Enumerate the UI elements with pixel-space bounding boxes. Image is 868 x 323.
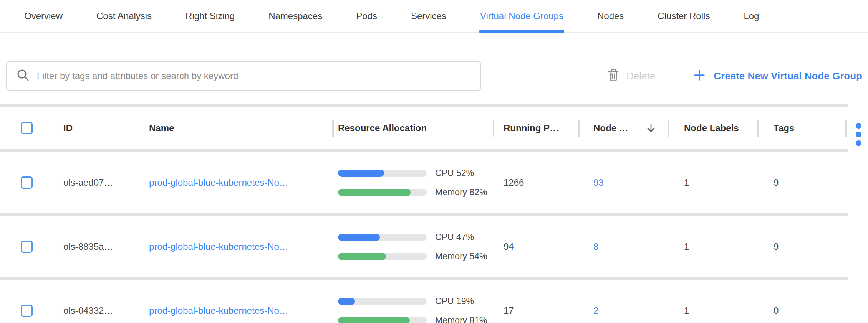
memory-bar-fill — [338, 253, 386, 260]
sort-desc-arrow-icon[interactable] — [646, 123, 656, 133]
tab[interactable]: Namespaces — [268, 0, 322, 32]
row-running-pods-cell: 17 — [493, 280, 578, 323]
row-node-labels-cell: 1 — [668, 280, 757, 323]
memory-usage-bar: Memory 81% — [338, 315, 487, 323]
cpu-bar-track — [338, 170, 427, 177]
filter-input[interactable] — [37, 71, 471, 81]
cpu-bar-track — [338, 234, 427, 241]
nodes-count-link[interactable]: 8 — [593, 241, 598, 252]
row-running-pods-cell: 94 — [493, 216, 578, 277]
separator-band — [0, 149, 848, 152]
running-pods-value: 1266 — [504, 177, 524, 188]
row-checkbox[interactable] — [21, 176, 33, 189]
row-select-cell — [0, 152, 53, 213]
cpu-label: CPU 52% — [435, 168, 474, 178]
cpu-label: CPU 47% — [435, 232, 474, 242]
tags-value: 9 — [774, 177, 779, 188]
table-header-row: ID Name Resource Allocation Running P… N… — [0, 107, 848, 149]
cpu-bar-fill — [338, 170, 384, 177]
row-resource-cell: CPU 52% Memory 82% — [332, 152, 493, 213]
tab-label: Namespaces — [268, 11, 322, 21]
row-id-cell: ols-8835a… — [53, 216, 132, 277]
create-virtual-node-group-button[interactable]: Create New Virtual Node Group — [694, 69, 862, 82]
vng-name-link[interactable]: prod-global-blue-kubernetes-No… — [149, 305, 288, 316]
memory-bar-track — [338, 253, 427, 260]
tab[interactable]: Pods — [356, 0, 377, 32]
column-options-kebab-menu[interactable] — [855, 122, 862, 147]
memory-usage-bar: Memory 54% — [338, 251, 487, 262]
delete-button[interactable]: Delete — [607, 68, 655, 84]
tab[interactable]: Cluster Rolls — [658, 0, 710, 32]
tab-label: Cost Analysis — [96, 11, 152, 21]
row-nodes-cell: 93 — [578, 152, 668, 213]
separator-band — [0, 213, 848, 216]
cpu-label: CPU 19% — [435, 296, 474, 307]
table-row: ols-aed07… prod-global-blue-kubernetes-N… — [0, 152, 848, 213]
header-running-pods[interactable]: Running P… — [493, 107, 578, 149]
table-body: ols-aed07… prod-global-blue-kubernetes-N… — [0, 149, 868, 323]
memory-bar-fill — [338, 317, 410, 323]
tags-value: 9 — [774, 241, 779, 252]
tab[interactable]: Services — [411, 0, 446, 32]
memory-label: Memory 54% — [435, 251, 487, 262]
cpu-bar-fill — [338, 298, 355, 305]
header-tags[interactable]: Tags — [757, 107, 848, 149]
header-resource-allocation[interactable]: Resource Allocation — [332, 107, 493, 149]
select-all-checkbox[interactable] — [21, 122, 33, 134]
row-checkbox[interactable] — [21, 241, 33, 253]
tab-label: Log — [744, 11, 759, 21]
tab-label: Services — [411, 11, 446, 21]
memory-label: Memory 81% — [435, 315, 487, 323]
toolbar-actions: Delete Create New Virtual Node Group — [607, 61, 862, 91]
tab-label: Overview — [24, 11, 63, 21]
tab-label: Virtual Node Groups — [480, 11, 563, 21]
running-pods-value: 94 — [504, 241, 514, 252]
node-labels-value: 1 — [684, 177, 689, 188]
filter-search-field[interactable] — [6, 61, 481, 91]
trash-icon — [607, 68, 620, 84]
vng-name-link[interactable]: prod-global-blue-kubernetes-No… — [149, 177, 288, 188]
cpu-usage-bar: CPU 47% — [338, 232, 487, 242]
row-name-cell: prod-global-blue-kubernetes-No… — [132, 216, 332, 277]
tab[interactable]: Nodes — [597, 0, 624, 32]
row-resource-cell: CPU 19% Memory 81% — [332, 280, 493, 323]
row-select-cell — [0, 216, 53, 277]
row-tags-cell: 9 — [757, 152, 848, 213]
plus-icon — [694, 69, 705, 82]
kebab-dot — [856, 123, 861, 129]
memory-bar-fill — [338, 189, 411, 196]
toolbar: Delete Create New Virtual Node Group — [0, 61, 868, 91]
header-id[interactable]: ID — [53, 107, 132, 149]
tab-bar: Overview Cost Analysis Right Sizing Name… — [0, 0, 868, 33]
tab[interactable]: Virtual Node Groups — [480, 0, 563, 32]
cpu-bar-fill — [338, 234, 380, 241]
row-name-cell: prod-global-blue-kubernetes-No… — [132, 152, 332, 213]
vng-id: ols-04332… — [63, 305, 113, 316]
nodes-count-link[interactable]: 2 — [593, 305, 598, 316]
node-labels-value: 1 — [684, 241, 689, 252]
row-node-labels-cell: 1 — [668, 216, 757, 277]
separator-band — [0, 104, 848, 107]
table-row: ols-8835a… prod-global-blue-kubernetes-N… — [0, 216, 848, 277]
tab[interactable]: Overview — [24, 0, 63, 32]
nodes-count-link[interactable]: 93 — [593, 177, 604, 188]
vng-name-link[interactable]: prod-global-blue-kubernetes-No… — [149, 241, 288, 252]
tab[interactable]: Log — [744, 0, 759, 32]
header-name[interactable]: Name — [132, 107, 332, 149]
tab[interactable]: Cost Analysis — [96, 0, 152, 32]
virtual-node-groups-table: ID Name Resource Allocation Running P… N… — [0, 104, 868, 323]
create-label: Create New Virtual Node Group — [714, 70, 862, 82]
tab-label: Cluster Rolls — [658, 11, 710, 21]
running-pods-value: 17 — [504, 305, 514, 316]
tab[interactable]: Right Sizing — [186, 0, 235, 32]
vng-id: ols-aed07… — [63, 177, 113, 188]
cpu-usage-bar: CPU 52% — [338, 168, 487, 178]
tab-label: Pods — [356, 11, 377, 21]
header-node-labels[interactable]: Node Labels — [668, 107, 757, 149]
row-checkbox[interactable] — [21, 305, 33, 317]
row-tags-cell: 0 — [757, 280, 848, 323]
header-nodes[interactable]: Node … — [578, 107, 668, 149]
separator-band — [0, 277, 848, 280]
tags-value: 0 — [774, 305, 779, 316]
row-resource-cell: CPU 47% Memory 54% — [332, 216, 493, 277]
